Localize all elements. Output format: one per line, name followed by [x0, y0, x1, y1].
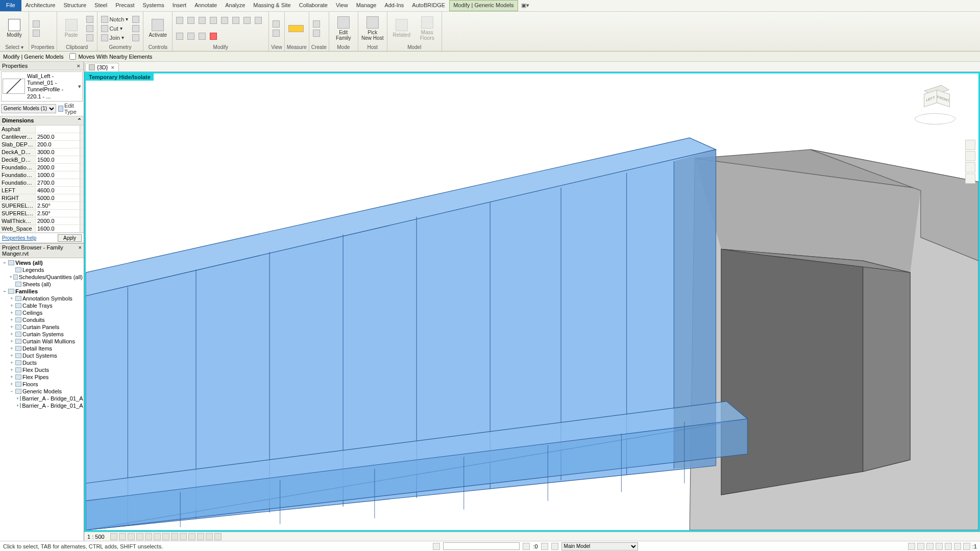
property-value[interactable]: 2.50° — [36, 202, 80, 209]
property-value[interactable] — [36, 126, 80, 133]
properties-btn[interactable] — [31, 19, 41, 28]
property-value[interactable]: 3000.0 — [36, 148, 80, 156]
expand-icon[interactable]: + — [9, 303, 14, 308]
tree-item[interactable]: +Curtain Systems — [0, 331, 84, 338]
expand-icon[interactable]: + — [9, 324, 14, 330]
scrollbar[interactable] — [80, 126, 84, 133]
ribbon-expand-icon[interactable]: ▣▾ — [518, 0, 532, 11]
property-row[interactable]: WallThickness2000.0 — [0, 217, 84, 225]
menu-annotate[interactable]: Annotate — [190, 0, 221, 11]
geom1-button[interactable] — [131, 15, 141, 23]
related-button[interactable]: Related — [389, 14, 414, 43]
background-icon[interactable] — [954, 543, 961, 550]
property-value[interactable]: 1600.0 — [36, 225, 80, 232]
align-button[interactable] — [197, 32, 207, 41]
view-tab-close-icon[interactable]: × — [110, 64, 115, 70]
tree-item[interactable]: +Cable Trays — [0, 302, 84, 309]
view-tab-3d[interactable]: {3D} × — [85, 63, 119, 71]
edit-family-button[interactable]: Edit Family — [331, 14, 356, 43]
zoom-icon[interactable] — [965, 162, 975, 172]
geom2-button[interactable] — [131, 24, 141, 33]
tree-item[interactable]: +Duct Systems — [0, 352, 84, 359]
notch-button[interactable]: Notch ▾ — [100, 15, 130, 23]
properties-close-icon[interactable]: × — [76, 63, 82, 69]
detail-level-icon[interactable] — [110, 533, 117, 540]
tree-item[interactable]: −Generic Models — [0, 388, 84, 395]
tree-item[interactable]: +Curtain Wall Mullions — [0, 338, 84, 345]
move-button[interactable] — [175, 16, 185, 24]
expand-icon[interactable]: + — [16, 403, 19, 408]
mirror-button[interactable] — [219, 16, 230, 24]
scrollbar[interactable] — [80, 141, 84, 148]
edit-type-button[interactable]: Edit Type — [58, 103, 83, 115]
delete-button[interactable] — [208, 32, 218, 41]
property-row[interactable]: Slab_DEPTH200.0 — [0, 141, 84, 148]
tree-item[interactable]: +Annotation Symbols — [0, 295, 84, 302]
type-properties-btn[interactable] — [31, 29, 41, 37]
dimensions-group-header[interactable]: Dimensions⌃ — [0, 116, 84, 126]
menu-structure[interactable]: Structure — [59, 0, 90, 11]
copy-clip-button[interactable] — [85, 24, 95, 33]
visual-style-icon[interactable] — [119, 533, 126, 540]
measure-button[interactable] — [287, 24, 305, 33]
pan-icon[interactable] — [965, 151, 975, 161]
property-value[interactable]: 2500.0 — [36, 133, 80, 140]
scrollbar[interactable] — [80, 194, 84, 202]
scrollbar[interactable] — [80, 164, 84, 171]
copy-button[interactable] — [186, 16, 196, 24]
scrollbar[interactable] — [80, 179, 84, 186]
shadows-icon[interactable] — [136, 533, 143, 540]
property-row[interactable]: Web_Space1600.0 — [0, 225, 84, 233]
type-selector[interactable]: Wall_Left - Tunnel_01 - TunnelProfile - … — [1, 71, 83, 102]
scrollbar[interactable] — [80, 202, 84, 209]
array-button[interactable] — [242, 16, 252, 24]
reveal-hidden-icon[interactable] — [188, 533, 195, 540]
expand-icon[interactable]: − — [9, 389, 14, 394]
crop-view-icon[interactable] — [154, 533, 161, 540]
tree-item[interactable]: +Ducts — [0, 359, 84, 366]
property-row[interactable]: DeckB_DEPTH1500.0 — [0, 156, 84, 164]
expand-icon[interactable]: + — [9, 310, 14, 315]
crop-region-icon[interactable] — [162, 533, 169, 540]
properties-help-link[interactable]: Properties help — [2, 235, 36, 241]
menu-modify-generic[interactable]: Modify | Generic Models — [449, 0, 518, 11]
select-links-icon[interactable] — [908, 543, 915, 550]
link-display-icon[interactable] — [214, 533, 222, 540]
property-value[interactable]: 2700.0 — [36, 179, 80, 186]
expand-icon[interactable]: + — [9, 382, 14, 387]
property-value[interactable]: 2000.0 — [36, 217, 80, 224]
tree-item[interactable]: +Ceilings — [0, 309, 84, 316]
scale-button[interactable] — [253, 16, 263, 24]
menu-architecture[interactable]: Architecture — [21, 0, 60, 11]
scrollbar[interactable] — [80, 133, 84, 140]
expand-icon[interactable]: − — [2, 260, 7, 265]
viewcube-left[interactable]: LEFT — [924, 90, 937, 107]
tree-item[interactable]: +Floors — [0, 381, 84, 388]
view-cube[interactable]: LEFT FRONT — [912, 89, 958, 124]
menu-collaborate[interactable]: Collaborate — [295, 0, 332, 11]
offset-button[interactable] — [186, 32, 196, 41]
expand-icon[interactable]: + — [9, 346, 14, 351]
property-row[interactable]: LEFT4600.0 — [0, 187, 84, 194]
moves-with-nearby-checkbox[interactable]: Moves With Nearby Elements — [69, 53, 152, 60]
menu-autobridge[interactable]: AutoBRIDGE — [408, 0, 449, 11]
property-row[interactable]: Asphalt — [0, 126, 84, 133]
select-pinned-icon[interactable] — [926, 543, 934, 550]
scrollbar[interactable] — [80, 156, 84, 163]
match-button[interactable] — [85, 33, 95, 42]
property-row[interactable]: FoundationO...2700.0 — [0, 179, 84, 187]
property-value[interactable]: 4600.0 — [36, 187, 80, 194]
property-value[interactable]: 200.0 — [36, 141, 80, 148]
create2-button[interactable] — [311, 29, 322, 37]
property-row[interactable]: SUPERELEVAT...2.50° — [0, 210, 84, 217]
menu-insert[interactable]: Insert — [168, 0, 191, 11]
menu-manage[interactable]: Manage — [352, 0, 381, 11]
create1-button[interactable] — [311, 19, 322, 28]
select-underlay-icon[interactable] — [917, 543, 924, 550]
scrollbar[interactable] — [80, 217, 84, 224]
apply-button[interactable]: Apply — [58, 234, 82, 242]
expand-icon[interactable]: + — [16, 396, 19, 401]
tree-item[interactable]: +Flex Pipes — [0, 373, 84, 381]
moves-checkbox-input[interactable] — [69, 53, 76, 60]
category-filter-select[interactable]: Generic Models (1) — [1, 104, 56, 113]
